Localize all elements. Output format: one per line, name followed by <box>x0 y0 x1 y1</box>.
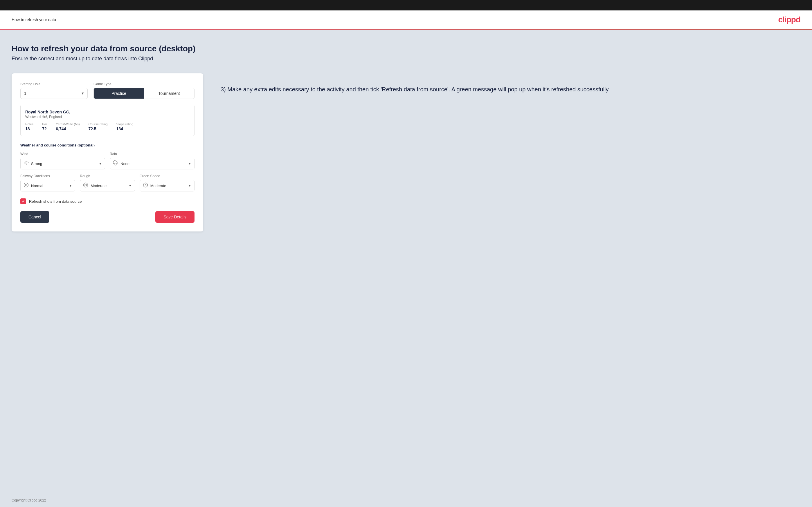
logo: clippd <box>778 15 800 24</box>
svg-point-8 <box>84 183 88 187</box>
rain-label: Rain <box>110 152 195 156</box>
wind-rain-row: Wind Strong None Light Moderate <box>20 152 195 169</box>
course-info-card: Royal North Devon GC, Westward Ho!, Engl… <box>20 105 195 136</box>
course-stats: Holes 18 Par 72 Yards/White (M)) 6,744 C… <box>25 122 190 131</box>
yards-stat: Yards/White (M)) 6,744 <box>56 122 80 131</box>
fairway-select[interactable]: Normal Soft Firm Very Firm <box>31 184 68 188</box>
rain-icon <box>113 160 118 167</box>
fairway-field: Fairway Conditions Normal Soft Firm Very… <box>20 174 75 191</box>
svg-point-6 <box>24 183 29 187</box>
wind-label: Wind <box>20 152 105 156</box>
svg-point-9 <box>85 184 87 186</box>
course-location: Westward Ho!, England <box>25 115 190 119</box>
holes-label: Holes <box>25 122 33 126</box>
course-rating-label: Course rating <box>89 122 108 126</box>
top-bar <box>0 0 812 10</box>
fairway-arrow-icon: ▼ <box>69 184 72 187</box>
rain-arrow-icon: ▼ <box>188 162 191 165</box>
wind-select[interactable]: Strong None Light Moderate <box>31 162 98 166</box>
slope-rating-stat: Slope rating 134 <box>116 122 134 131</box>
main-content: How to refresh your data from source (de… <box>0 30 812 494</box>
header: How to refresh your data clippd <box>0 10 812 30</box>
par-value: 72 <box>42 126 47 131</box>
game-type-label: Game Type <box>94 82 195 86</box>
rain-field: Rain None Light <box>110 152 195 169</box>
starting-hole-select-wrapper[interactable]: 1 2 10 ▼ <box>20 88 88 99</box>
par-label: Par <box>42 122 47 126</box>
copyright: Copyright Clippd 2022 <box>12 498 46 502</box>
yards-value: 6,744 <box>56 126 80 131</box>
refresh-checkbox[interactable] <box>20 199 26 204</box>
form-section-top: Starting Hole 1 2 10 ▼ Game Type Practic… <box>20 82 195 99</box>
course-name: Royal North Devon GC, <box>25 110 190 114</box>
game-type-group: Game Type Practice Tournament <box>94 82 195 99</box>
fairway-rough-green-row: Fairway Conditions Normal Soft Firm Very… <box>20 174 195 191</box>
green-speed-select-wrapper[interactable]: Moderate Slow Fast Very Fast ▼ <box>140 180 195 191</box>
refresh-label: Refresh shots from data source <box>29 199 82 204</box>
course-rating-stat: Course rating 72.5 <box>89 122 108 131</box>
starting-hole-group: Starting Hole 1 2 10 ▼ <box>20 82 88 99</box>
green-speed-field: Green Speed Moderate Slow Fast <box>140 174 195 191</box>
rain-select-wrapper[interactable]: None Light Moderate Heavy ▼ <box>110 158 195 169</box>
rain-select[interactable]: None Light Moderate Heavy <box>120 162 187 166</box>
rough-arrow-icon: ▼ <box>129 184 132 187</box>
wind-field: Wind Strong None Light Moderate <box>20 152 105 169</box>
wind-select-wrapper[interactable]: Strong None Light Moderate ▼ <box>20 158 105 169</box>
starting-hole-label: Starting Hole <box>20 82 88 86</box>
course-rating-value: 72.5 <box>89 126 108 131</box>
save-button[interactable]: Save Details <box>155 211 195 223</box>
game-type-toggle: Practice Tournament <box>94 88 195 99</box>
rough-icon <box>83 182 88 189</box>
form-card: Starting Hole 1 2 10 ▼ Game Type Practic… <box>12 73 203 231</box>
fairway-select-wrapper[interactable]: Normal Soft Firm Very Firm ▼ <box>20 180 75 191</box>
green-speed-arrow-icon: ▼ <box>188 184 191 187</box>
practice-toggle-btn[interactable]: Practice <box>94 88 144 99</box>
side-text-content: 3) Make any extra edits necessary to the… <box>221 85 800 94</box>
fairway-icon <box>23 182 29 189</box>
header-title: How to refresh your data <box>12 17 56 22</box>
svg-point-7 <box>25 184 27 186</box>
side-text: 3) Make any extra edits necessary to the… <box>221 73 800 94</box>
holes-value: 18 <box>25 126 33 131</box>
footer: Copyright Clippd 2022 <box>0 494 812 507</box>
rough-select[interactable]: Moderate Light Heavy <box>91 184 127 188</box>
starting-hole-select[interactable]: 1 2 10 <box>20 88 87 99</box>
wind-arrow-icon: ▼ <box>99 162 102 165</box>
refresh-row: Refresh shots from data source <box>20 199 195 204</box>
button-row: Cancel Save Details <box>20 211 195 223</box>
page-heading: How to refresh your data from source (de… <box>12 44 800 53</box>
content-row: Starting Hole 1 2 10 ▼ Game Type Practic… <box>12 73 800 485</box>
green-speed-icon <box>143 182 148 189</box>
conditions-title: Weather and course conditions (optional) <box>20 143 195 147</box>
rough-select-wrapper[interactable]: Moderate Light Heavy ▼ <box>80 180 135 191</box>
yards-label: Yards/White (M)) <box>56 122 80 126</box>
green-speed-select[interactable]: Moderate Slow Fast Very Fast <box>150 184 187 188</box>
par-stat: Par 72 <box>42 122 47 131</box>
page-subheading: Ensure the correct and most up to date d… <box>12 56 800 62</box>
slope-rating-value: 134 <box>116 126 134 131</box>
slope-rating-label: Slope rating <box>116 122 134 126</box>
green-speed-label: Green Speed <box>140 174 195 178</box>
wind-icon <box>23 160 29 167</box>
fairway-label: Fairway Conditions <box>20 174 75 178</box>
tournament-toggle-btn[interactable]: Tournament <box>144 88 194 99</box>
cancel-button[interactable]: Cancel <box>20 211 49 223</box>
rough-label: Rough <box>80 174 135 178</box>
holes-stat: Holes 18 <box>25 122 33 131</box>
rough-field: Rough Moderate Light Heavy ▼ <box>80 174 135 191</box>
